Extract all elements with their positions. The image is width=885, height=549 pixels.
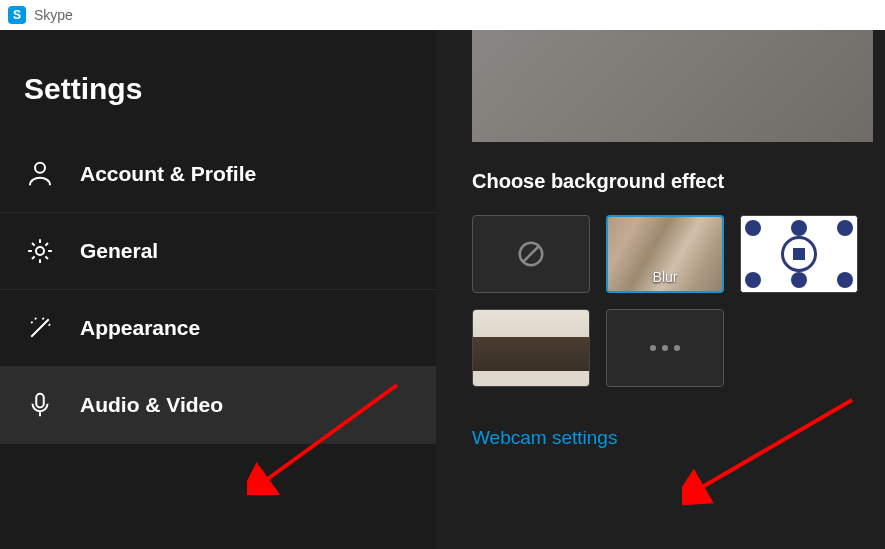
bg-tile-blur-label: Blur <box>608 269 722 285</box>
main: Settings Account & Profile General Appea… <box>0 30 885 549</box>
bg-tile-none[interactable] <box>472 215 590 293</box>
bg-tile-more[interactable] <box>606 309 724 387</box>
bg-tile-image-1[interactable] <box>740 215 858 293</box>
bg-section-title: Choose background effect <box>472 170 885 193</box>
skype-logo-icon: S <box>8 6 26 24</box>
bg-tile-blur[interactable]: Blur <box>606 215 724 293</box>
nav-appearance[interactable]: Appearance <box>0 290 436 367</box>
bg-tile-image-2[interactable] <box>472 309 590 387</box>
nav-audio-video[interactable]: Audio & Video <box>0 367 436 444</box>
nav-label: Appearance <box>80 316 200 340</box>
bg-effect-grid: Blur <box>472 215 872 387</box>
more-icon <box>650 345 680 351</box>
nav-label: Audio & Video <box>80 393 223 417</box>
settings-content: Choose background effect Blur <box>436 30 885 549</box>
svg-rect-2 <box>36 394 44 408</box>
microphone-icon <box>24 389 56 421</box>
nav-general[interactable]: General <box>0 213 436 290</box>
settings-title: Settings <box>0 30 436 136</box>
gear-icon <box>24 235 56 267</box>
nav-label: General <box>80 239 158 263</box>
nav-account-profile[interactable]: Account & Profile <box>0 136 436 213</box>
wand-icon <box>24 312 56 344</box>
svg-point-0 <box>35 163 45 173</box>
svg-point-1 <box>36 247 44 255</box>
person-icon <box>24 158 56 190</box>
webcam-settings-link[interactable]: Webcam settings <box>472 427 617 449</box>
video-preview <box>472 30 873 142</box>
app-name: Skype <box>34 7 73 23</box>
settings-sidebar: Settings Account & Profile General Appea… <box>0 30 436 549</box>
none-icon <box>516 239 546 269</box>
pattern-thumb <box>741 216 857 292</box>
titlebar: S Skype <box>0 0 885 30</box>
nav-label: Account & Profile <box>80 162 256 186</box>
